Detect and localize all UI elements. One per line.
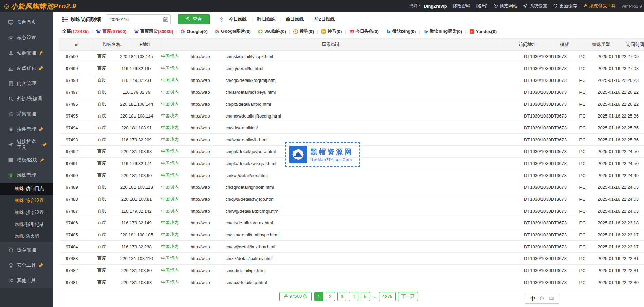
table-row[interactable]: 97489 百度 220.181.108.113 中国境内 http://wap… (59, 181, 644, 193)
table-row[interactable]: 97486 百度 116.179.32.149 中国境内 http://wapc… (59, 217, 644, 229)
table-row[interactable]: 97482 百度 220.181.108.80 中国境内 http://wapc… (59, 265, 644, 276)
update-cache-link[interactable]: 更新缓存 (553, 3, 577, 9)
table-row[interactable]: 97494 百度 220.181.108.91 中国境内 http://wapc… (59, 122, 644, 134)
next-page-button[interactable]: 下一页 (398, 292, 418, 301)
table-row[interactable]: 97488 百度 220.181.108.81 中国境内 http://wapc… (59, 193, 644, 205)
filter-label: 微软bing渲染 (430, 28, 457, 34)
cell-region: 中国境内 (154, 265, 186, 276)
table-row[interactable]: 97496 百度 220.181.108.144 中国境内 http://wap… (59, 98, 644, 110)
sidebar-item[interactable]: 站群管理 (0, 45, 53, 60)
sidebar-item[interactable]: 模板/区块 (0, 152, 53, 167)
filter-item[interactable]: Y Yandex 0 (462, 29, 497, 34)
cell-id: 97491 (59, 158, 84, 169)
table-row[interactable]: 97481 百度 220.181.108.93 中国境内 http://wapc… (59, 276, 644, 288)
page-button[interactable]: 2 (326, 292, 335, 301)
quick-link[interactable]: 前2日蜘蛛 (304, 16, 335, 22)
filter-item[interactable]: S 搜狗 0 (286, 28, 314, 34)
filter-item[interactable]: 全部 178435 (62, 28, 89, 34)
table-row[interactable]: 97487 百度 116.179.32.142 中国境内 http://wapc… (59, 205, 644, 217)
cell-region: 中国境内 (154, 276, 186, 288)
sidebar-item[interactable]: 安全工具 (0, 257, 53, 273)
page-button[interactable]: 4875 (379, 292, 396, 301)
page-button[interactable]: 5 (361, 292, 370, 301)
filter-label: 微软bing (392, 28, 410, 34)
calendar-icon[interactable] (163, 17, 168, 22)
cell-visit-time: 2025-01-16 22:25:36 (594, 110, 644, 122)
up-arrow-icon: ↑ (47, 210, 49, 215)
table-row[interactable]: 97498 百度 116.179.32.231 中国境内 http://wapc… (59, 74, 644, 86)
page-button[interactable]: 1 (314, 292, 323, 301)
sidebar-item[interactable]: 内容管理 (0, 76, 53, 91)
date-input[interactable] (106, 14, 171, 24)
logout-link[interactable]: [退出] (476, 3, 487, 9)
sidebar-item[interactable]: 后台首页 (0, 15, 53, 30)
preview-site-link[interactable]: 预览网站 (493, 3, 517, 9)
page-button[interactable]: 4 (349, 292, 358, 301)
table-row[interactable]: 97483 百度 220.181.108.110 中国境内 http://wap… (59, 253, 644, 265)
table-row[interactable]: 97490 百度 220.181.108.90 中国境内 http://wapc… (59, 169, 644, 181)
ime-keyboard-icon[interactable] (549, 296, 554, 302)
sidebar-item[interactable]: 外链/关键词 (0, 91, 53, 106)
table-row[interactable]: 97500 百度 220.181.108.145 中国境内 http://wap… (59, 51, 644, 62)
cell-spider-type: PC (571, 98, 594, 110)
table-header-row: id蜘蛛名称IP地址国家/城市访问地址模板蜘蛛类型访问时间 (59, 38, 644, 51)
page-button[interactable]: 3 (337, 292, 346, 301)
quick-link[interactable]: 今日蜘蛛 (229, 16, 247, 22)
filter-item[interactable]: 百度渲染 80935 (126, 28, 173, 34)
sidebar-item[interactable]: 缓存管理 (0, 242, 53, 257)
cell-spider-name: 百度 (84, 51, 119, 62)
filter-icon (215, 29, 220, 34)
cell-spider-type: PC (571, 169, 594, 181)
quick-link[interactable]: 前日蜘蛛 (276, 16, 304, 22)
cell-region: 中国境内 (154, 74, 186, 86)
page-button[interactable]: ... (372, 292, 377, 301)
cell-template: DT1030/1030DT3673 (520, 51, 571, 62)
sidebar-item[interactable]: 链接推送工具 (0, 137, 53, 152)
ime-hand-icon[interactable] (539, 296, 544, 302)
cell-visit-time: 2025-01-16 22:22:31 (594, 265, 644, 276)
sidebar-item[interactable]: 插件管理 (0, 122, 53, 137)
table-row[interactable]: 97495 百度 220.181.108.114 中国境内 http://wap… (59, 110, 644, 122)
sidebar-item[interactable]: 蜘蛛·强引设置 ↑ (0, 206, 53, 218)
sidebar-item[interactable]: 蜘蛛管理 (0, 167, 53, 183)
sidebar-item[interactable]: 采集管理 (0, 106, 53, 122)
table-row[interactable]: 97499 百度 116.179.32.197 中国境内 http://wapc… (59, 62, 644, 74)
ime-language-indicator[interactable]: 中 (530, 296, 535, 302)
cell-url: http://wapcn/ias/detail/sdspeyu.html (186, 86, 520, 98)
filter-item[interactable]: 神 神马 0 (314, 28, 342, 34)
sidebar-item-icon (8, 278, 14, 283)
filter-item[interactable]: 微软bing 0 (379, 28, 416, 34)
sidebar-item[interactable]: 蜘蛛·强引记录 (0, 218, 53, 230)
filter-item[interactable]: 头条 今日头条 0 (342, 28, 378, 34)
repair-tool-link[interactable]: 系统修复工具 (583, 3, 616, 9)
filter-icon: S (293, 29, 298, 34)
ime-bar[interactable]: 中 (525, 294, 559, 304)
filter-count: 0 (457, 29, 462, 34)
quick-link[interactable]: 昨日蜘蛛 (247, 16, 276, 22)
sidebar-item[interactable]: 蜘蛛·访问日志 (0, 183, 53, 195)
cell-spider-name: 百度 (84, 74, 119, 86)
sidebar-item[interactable]: 其他工具 (0, 273, 53, 288)
redacted-domain (210, 268, 225, 273)
filter-item[interactable]: 微软bing渲染 0 (416, 28, 462, 34)
filter-label: Yandex (476, 29, 491, 34)
system-settings-link[interactable]: 系统设置 (523, 3, 547, 9)
sidebar-item[interactable]: 站点优化 (0, 60, 53, 76)
redacted-domain (210, 173, 225, 178)
sidebar-item[interactable]: 蜘蛛·综合设置 ↑ (0, 195, 53, 206)
change-password-link[interactable]: 修改密码 (453, 3, 470, 9)
table-row[interactable]: 97484 百度 116.179.32.238 中国境内 http://wapc… (59, 241, 644, 253)
table-row[interactable]: 97485 百度 220.181.108.105 中国境内 http://wap… (59, 229, 644, 241)
sidebar-item[interactable]: 蜘蛛·防火墙 (0, 230, 53, 242)
cell-ip: 220.181.108.80 (119, 265, 154, 276)
filter-item[interactable]: Google 0 (173, 29, 208, 34)
sidebar-item[interactable]: 核心设置 (0, 30, 53, 45)
sidebar-item-icon (8, 35, 14, 40)
filter-item[interactable]: Google图片 0 (208, 28, 251, 34)
cell-region: 中国境内 (154, 110, 186, 122)
filter-item[interactable]: 百度 97500 (89, 28, 126, 34)
filter-item[interactable]: 360蜘蛛 0 (251, 28, 286, 34)
table-row[interactable]: 97497 百度 116.179.32.79 中国境内 http://wapcn… (59, 86, 644, 98)
app-title: ◎ 小旋风蜘蛛池Pro2.9 (4, 2, 76, 11)
view-button[interactable]: 查看 (178, 14, 210, 24)
